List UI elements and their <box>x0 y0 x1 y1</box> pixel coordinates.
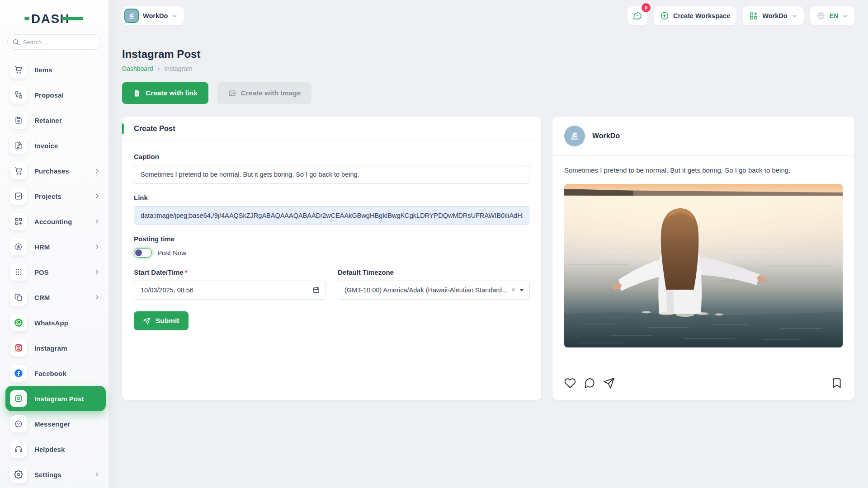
sidebar-item-label: Instagram <box>34 344 67 352</box>
sidebar-item-label: Items <box>34 66 52 74</box>
sidebar-item-label: Helpdesk <box>34 446 65 453</box>
breadcrumb-current: Instagram <box>165 65 193 72</box>
required-mark: * <box>185 268 188 276</box>
sidebar-item-hrm[interactable]: HRM <box>0 234 108 259</box>
chevron-right-icon <box>94 471 100 478</box>
sidebar-item-purchases[interactable]: Purchases <box>0 158 108 183</box>
globe-icon <box>816 11 826 20</box>
ocean-sunset-photo <box>564 184 843 347</box>
timezone-label: Default Timezone <box>338 268 530 276</box>
sidebar-item-pos[interactable]: POS <box>0 259 108 285</box>
breadcrumb: Dashboard › Instagram <box>122 65 854 72</box>
caption-input[interactable] <box>134 165 529 184</box>
sidebar-item-messenger[interactable]: Messenger <box>0 411 108 436</box>
sidebar-item-facebook[interactable]: Facebook <box>0 361 108 386</box>
sidebar-item-helpdesk[interactable]: Helpdesk <box>0 436 108 462</box>
post-now-toggle[interactable] <box>134 248 152 258</box>
whatsapp-icon <box>10 314 27 331</box>
sidebar-item-items[interactable]: Items <box>0 57 108 82</box>
sidebar-item-label: CRM <box>34 294 50 301</box>
app-logo[interactable]: DASH <box>0 8 108 29</box>
breadcrumb-dashboard-link[interactable]: Dashboard <box>122 65 153 72</box>
timezone-select[interactable]: (GMT-10:00) America/Adak (Hawaii-Aleutia… <box>338 281 530 300</box>
chat-button[interactable]: 0 <box>627 6 647 25</box>
language-code: EN <box>830 12 838 19</box>
sidebar-item-accounting[interactable]: Accounting <box>0 209 108 234</box>
proposal-icon <box>10 86 27 103</box>
chevron-right-icon <box>94 168 100 174</box>
bookmark-icon[interactable] <box>831 377 843 389</box>
preview-caption: Sometimes I pretend to be normal. But it… <box>552 156 854 184</box>
submit-button[interactable]: Submit <box>134 311 189 330</box>
post-image <box>564 184 843 347</box>
sidebar-item-label: Facebook <box>34 370 66 377</box>
sidebar-item-whatsapp[interactable]: WhatsApp <box>0 310 108 335</box>
comment-icon[interactable] <box>584 377 595 389</box>
sidebar-item-label: Messenger <box>34 420 70 428</box>
link-input[interactable] <box>134 206 529 225</box>
sidebar-item-label: HRM <box>34 243 50 251</box>
like-heart-icon[interactable] <box>564 377 576 389</box>
hrm-icon <box>10 238 27 255</box>
sidebar-item-invoice[interactable]: Invoice <box>0 133 108 158</box>
post-now-label: Post Now <box>157 249 186 257</box>
start-datetime-input[interactable] <box>134 281 326 300</box>
retainer-icon <box>10 112 27 129</box>
sidebar-item-crm[interactable]: CRM <box>0 285 108 310</box>
chat-icon <box>632 11 642 21</box>
language-selector[interactable]: EN <box>810 6 854 25</box>
sidebar-item-instagram[interactable]: Instagram <box>0 335 108 361</box>
share-icon[interactable] <box>603 377 615 389</box>
create-with-image-button[interactable]: Create with Image <box>217 82 312 104</box>
workspace-selector[interactable]: WorkDo <box>122 6 184 25</box>
instagram-post-icon <box>10 390 27 407</box>
sidebar-item-proposal[interactable]: Proposal <box>0 82 108 108</box>
sidebar-item-label: Accounting <box>34 218 72 225</box>
sidebar-item-label: Retainer <box>34 117 62 124</box>
account-name: WorkDo <box>592 132 620 140</box>
chevron-right-icon <box>94 218 100 225</box>
workspace-switcher[interactable]: WorkDo <box>743 6 803 25</box>
workspace-name: WorkDo <box>143 12 168 19</box>
settings-icon <box>10 466 27 483</box>
sidebar-item-instagram-post[interactable]: Instagram Post <box>5 386 106 411</box>
sidebar-item-retainer[interactable]: Retainer <box>0 108 108 133</box>
account-avatar <box>564 126 585 146</box>
dropdown-caret-icon <box>519 289 524 291</box>
accounting-icon <box>10 213 27 230</box>
breadcrumb-separator: › <box>158 65 160 72</box>
sidebar-item-projects[interactable]: Projects <box>0 183 108 209</box>
search-input[interactable] <box>7 34 101 50</box>
image-icon <box>228 89 236 97</box>
sidebar: DASH Items Proposal Retainer Invoice Pur… <box>0 0 108 488</box>
plus-circle-icon <box>660 11 669 20</box>
cart-icon <box>10 61 27 78</box>
chevron-right-icon <box>94 193 100 199</box>
sidebar-item-label: Invoice <box>34 142 58 150</box>
pos-icon <box>10 263 27 281</box>
create-workspace-button[interactable]: Create Workspace <box>654 6 736 25</box>
facebook-icon <box>10 365 27 382</box>
link-label: Link <box>134 194 529 202</box>
chat-badge: 0 <box>642 3 651 12</box>
paper-plane-icon <box>143 317 151 325</box>
instagram-preview-card: WorkDo Sometimes I pretend to be normal.… <box>552 117 854 400</box>
sidebar-item-label: Instagram Post <box>34 395 84 403</box>
instagram-brand-icon <box>10 339 27 357</box>
sidebar-item-label: Projects <box>34 192 61 200</box>
chevron-down-icon <box>842 13 848 19</box>
chevron-down-icon <box>792 13 797 19</box>
create-with-link-button[interactable]: Create with link <box>122 82 208 104</box>
dash-logo-icon: DASH <box>24 11 84 26</box>
building-icon <box>569 130 580 142</box>
clear-icon[interactable]: × <box>511 286 515 294</box>
create-post-card: Create Post Caption Link Posting time Po… <box>122 117 541 400</box>
sidebar-item-label: POS <box>34 268 49 276</box>
building-icon <box>127 12 136 20</box>
document-icon <box>133 89 141 97</box>
helpdesk-icon <box>10 441 27 458</box>
sidebar-item-settings[interactable]: Settings <box>0 462 108 487</box>
page-title: Instagram Post <box>122 48 854 61</box>
cart-icon <box>10 162 27 179</box>
sidebar-item-label: Purchases <box>34 167 69 175</box>
